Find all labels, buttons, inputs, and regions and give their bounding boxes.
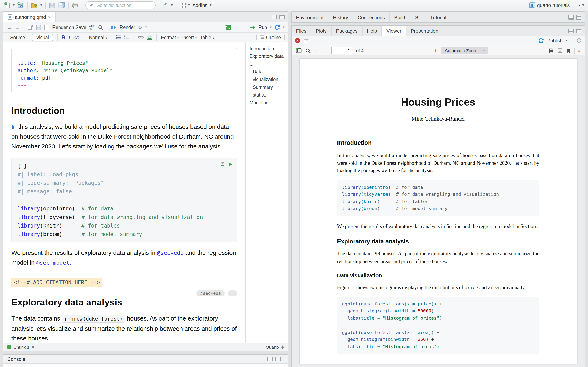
image-icon[interactable] <box>147 35 153 40</box>
source-refresh-icon[interactable] <box>274 25 280 30</box>
viewer-refresh-icon[interactable] <box>576 38 581 43</box>
chunk-nav-spinner-icon[interactable] <box>31 345 34 349</box>
heading-eda[interactable]: Exploratory data analysis <box>11 297 237 308</box>
find-replace-icon[interactable] <box>98 25 103 30</box>
addins-menu[interactable]: Addins <box>192 2 207 8</box>
render-button-label[interactable]: Render <box>120 25 135 30</box>
tab-tutorial[interactable]: Tutorial <box>426 12 451 23</box>
stop-viewer-icon[interactable]: × <box>295 38 300 43</box>
publish-icon[interactable] <box>538 38 544 43</box>
pdf-download-icon[interactable] <box>557 48 563 53</box>
chunk-code[interactable]: {r}#| label: load-pkgs#| code-summary: "… <box>17 161 231 239</box>
viewer-popout-icon[interactable] <box>303 38 309 43</box>
run-chunk-icon[interactable] <box>229 162 232 166</box>
tab-packages[interactable]: Packages <box>332 26 362 36</box>
new-project-icon[interactable]: R <box>17 2 24 8</box>
tab-authoring-qmd[interactable]: authoring.qmd × <box>3 12 56 22</box>
pdf-zoom-out-icon[interactable]: − <box>423 47 426 54</box>
back-icon[interactable]: ← <box>7 24 12 30</box>
pdf-search-icon[interactable] <box>305 48 311 53</box>
print-icon[interactable] <box>72 2 78 8</box>
console-header[interactable]: Console <box>3 355 288 364</box>
project-caret[interactable]: ▾ <box>582 4 584 7</box>
pdf-prev-page-icon[interactable]: ↑ <box>314 48 317 54</box>
outline-toggle-button[interactable]: Outline <box>256 34 285 41</box>
data-paragraph[interactable]: The data contains r nrow(duke_forest) ho… <box>11 314 237 343</box>
format-menu[interactable]: Format ▾ <box>161 35 179 40</box>
project-menu[interactable]: R quarto-tutorials — ~ ▾ <box>528 2 584 8</box>
table-menu[interactable]: Table ▾ <box>200 35 214 40</box>
minimize-console-icon[interactable] <box>268 357 273 361</box>
chunk-nav-label[interactable]: Chunk 1 <box>13 345 29 350</box>
run-chunks-above-icon[interactable] <box>221 162 225 166</box>
forward-icon[interactable]: → <box>15 24 20 30</box>
panes-layout-caret[interactable]: ▾ <box>188 4 190 7</box>
save-icon[interactable] <box>49 2 55 8</box>
tab-files[interactable]: Files <box>292 26 311 36</box>
tab-environment[interactable]: Environment <box>292 12 329 23</box>
pdf-zoom-select[interactable]: Automatic Zoom ▾ <box>441 47 489 54</box>
minimize-pane-icon[interactable] <box>568 29 574 33</box>
tab-git[interactable]: Git <box>410 12 426 23</box>
version-control-caret[interactable]: ▾ <box>171 4 173 7</box>
new-file-icon[interactable] <box>4 2 11 8</box>
pdf-sidebar-toggle-icon[interactable] <box>296 48 302 53</box>
goto-file-search[interactable]: Go to file/function <box>85 1 156 9</box>
render-icon[interactable] <box>111 25 117 30</box>
render-settings-caret[interactable]: ▾ <box>145 26 147 29</box>
heading-introduction[interactable]: Introduction <box>11 106 237 116</box>
run-button-label[interactable]: Run <box>259 25 267 30</box>
tab-plots[interactable]: Plots <box>311 26 332 36</box>
numbered-list-icon[interactable]: 12 <box>124 35 130 40</box>
tab-viewer[interactable]: Viewer <box>382 26 406 36</box>
citation-comment[interactable]: <!--# ADD CITATION HERE --> <box>11 278 103 287</box>
tab-help[interactable]: Help <box>362 26 382 36</box>
spellcheck-icon[interactable]: ABC <box>89 25 95 30</box>
addins-caret[interactable]: ▾ <box>210 4 212 7</box>
pdf-bookmark-icon[interactable] <box>566 48 571 53</box>
doc-mode-label[interactable]: Quarto <box>266 345 279 350</box>
maximize-pane-icon[interactable] <box>279 15 285 19</box>
open-file-caret[interactable]: ▾ <box>40 4 42 7</box>
pdf-zoom-in-icon[interactable]: + <box>434 47 437 54</box>
source-mode-button[interactable]: Source <box>7 34 29 41</box>
minimize-pane-icon[interactable] <box>568 15 574 20</box>
tab-presentation[interactable]: Presentation <box>406 26 443 36</box>
minimize-pane-icon[interactable] <box>272 15 277 19</box>
publish-caret[interactable]: ▾ <box>566 39 568 42</box>
outline-item-modeling[interactable]: Modeling <box>250 99 288 107</box>
go-next-section-icon[interactable]: ↓ <box>240 24 242 30</box>
paragraph-style-dropdown[interactable]: Normal ▾ <box>89 35 107 40</box>
go-prev-section-icon[interactable]: ↑ <box>234 24 237 30</box>
tab-close-icon[interactable]: × <box>48 15 51 19</box>
bullet-list-icon[interactable] <box>116 35 121 40</box>
document-canvas[interactable]: ---title: "Housing Prices"author: "Mine … <box>3 42 245 343</box>
render-settings-gear-icon[interactable]: ⚙ <box>138 25 143 30</box>
source-refresh-caret[interactable]: ▾ <box>283 26 285 29</box>
yaml-front-matter[interactable]: ---title: "Housing Prices"author: "Mine … <box>11 48 237 93</box>
bold-button[interactable]: B <box>61 34 65 40</box>
run-caret[interactable]: ▾ <box>270 26 272 29</box>
maximize-pane-icon[interactable] <box>576 29 581 33</box>
outline-item-data-visualization[interactable]: Data visualization <box>250 68 288 83</box>
outline-item-eda[interactable]: Exploratory data ... <box>250 53 288 68</box>
intro-paragraph[interactable]: In this analysis, we build a model predi… <box>11 122 237 151</box>
pdf-print-icon[interactable] <box>548 48 554 53</box>
pdf-page-input[interactable] <box>331 47 352 54</box>
section-id-badge[interactable]: #sec-eda <box>197 290 225 296</box>
pdf-next-page-icon[interactable]: ↓ <box>325 48 328 54</box>
chunk-indicator-icon[interactable] <box>7 345 11 349</box>
section-options-icon[interactable]: ... <box>228 290 237 296</box>
code-button[interactable]: </> <box>73 35 80 40</box>
panes-layout-icon[interactable] <box>180 2 186 8</box>
insert-menu[interactable]: Insert ▾ <box>182 35 197 40</box>
publish-button-label[interactable]: Publish <box>547 38 563 43</box>
doc-mode-spinner-icon[interactable] <box>281 345 284 349</box>
italic-button[interactable]: I <box>68 34 70 41</box>
visual-mode-button[interactable]: Visual <box>32 34 53 41</box>
save-all-icon[interactable] <box>58 2 65 8</box>
tab-connections[interactable]: Connections <box>353 12 389 23</box>
outline-item-summary-statistics[interactable]: Summary statis... <box>250 83 288 99</box>
maximize-pane-icon[interactable] <box>576 15 581 20</box>
maximize-console-icon[interactable] <box>275 357 281 361</box>
